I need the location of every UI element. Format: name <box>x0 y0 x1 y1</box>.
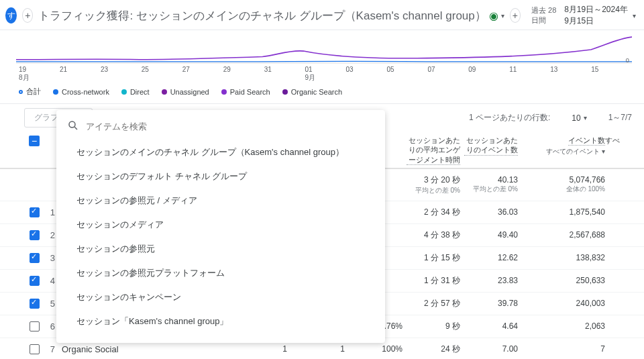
chevron-down-icon: ▾ <box>584 114 587 121</box>
row-checkbox[interactable] <box>30 344 40 354</box>
metric-cell: 7.00 <box>460 344 518 354</box>
column-header[interactable]: セッションあたりの平均エンゲージメント時間 <box>402 136 460 165</box>
chevron-down-icon: ▾ <box>633 12 636 19</box>
metric-cell: 2 分 34 秒 <box>402 207 460 218</box>
page-title-text: トラフィック獲得: セッションのメインのチャネル グループ（Kasem's ch… <box>38 8 486 23</box>
chart-month-labels: 8月9月 <box>16 73 632 83</box>
add-comparison-button[interactable]: + <box>510 8 521 23</box>
row-checkbox[interactable] <box>30 230 40 240</box>
metric-cell: 2,063 <box>518 321 605 331</box>
dimension-picker-panel: セッションのメインのチャネル グループ（Kasem's channel grou… <box>56 110 385 343</box>
dimension-option[interactable]: セッションの参照元プラットフォーム <box>56 261 385 285</box>
metric-cell: 2,567,688 <box>518 230 605 240</box>
row-index: 7 <box>44 344 62 354</box>
legend-dot-icon <box>221 89 227 95</box>
chart-legend: 合計 Cross-network Direct Unassigned Paid … <box>16 83 632 102</box>
metric-cell: 4 分 38 秒 <box>402 229 460 241</box>
legend-item[interactable]: Organic Search <box>282 87 342 97</box>
row-checkbox[interactable] <box>30 321 40 331</box>
svg-text:0: 0 <box>626 57 629 64</box>
dimension-option[interactable]: セッションのキャンペーン <box>56 285 385 309</box>
legend-dot-icon <box>121 89 127 95</box>
legend-dot-icon <box>282 89 288 95</box>
line-chart: 0 <box>16 36 632 64</box>
chart-area: 0 192123252729310103050709111315 8月9月 合計… <box>0 30 644 103</box>
dimension-option[interactable]: セッションのメインのチャネル グループ（Kasem's channel grou… <box>56 140 385 164</box>
dimension-value[interactable]: Organic Social <box>62 344 229 354</box>
dimension-option[interactable]: セッションのメディア <box>56 213 385 237</box>
metric-cell: 9 秒 <box>402 321 460 332</box>
metric-cell: 24 秒 <box>402 344 460 355</box>
metric-cell: 100% <box>345 344 402 354</box>
chart-x-ticks: 192123252729310103050709111315 <box>16 66 632 73</box>
metric-cell: 250,633 <box>518 276 605 285</box>
dimension-option[interactable]: セッションのデフォルト チャネル グループ <box>56 164 385 189</box>
panel-search-input[interactable] <box>86 121 374 132</box>
column-header: すべ <box>605 136 632 145</box>
select-all-checkbox[interactable]: − <box>29 136 40 146</box>
legend-item[interactable]: 合計 <box>19 87 41 97</box>
legend-item[interactable]: Cross-network <box>53 87 109 97</box>
row-checkbox[interactable] <box>30 207 40 217</box>
check-icon[interactable]: ◉ <box>489 9 498 22</box>
metric-cell: 138,832 <box>518 253 605 262</box>
metric-cell: 240,003 <box>518 299 605 308</box>
avatar[interactable]: す <box>5 7 17 23</box>
metric-cell: 2 分 57 秒 <box>402 298 460 309</box>
rows-per-page-select[interactable]: 10▾ <box>572 113 586 123</box>
dimension-option[interactable]: セッションの参照元 <box>56 237 385 261</box>
metric-cell: 49.40 <box>460 230 518 240</box>
page-title: トラフィック獲得: セッションのメインのチャネル グループ（Kasem's ch… <box>38 8 504 23</box>
metric-cell: 1 <box>287 344 345 354</box>
panel-search-row <box>56 115 385 140</box>
row-checkbox[interactable] <box>30 276 40 286</box>
legend-item[interactable]: Paid Search <box>221 87 270 97</box>
chevron-down-icon[interactable]: ▾ <box>501 12 504 19</box>
svg-point-4 <box>69 121 75 127</box>
date-range-value: 8月19日～2024年9月15日 <box>564 4 629 27</box>
date-range-picker[interactable]: 過去 28 日間 8月19日～2024年9月15日 ▾ <box>531 4 636 27</box>
metric-cell: 7 <box>518 344 605 354</box>
legend-item[interactable]: Unassigned <box>162 87 209 97</box>
pagination-range: 1～7/7 <box>608 112 632 123</box>
svg-line-5 <box>74 127 77 130</box>
row-checkbox[interactable] <box>30 253 40 263</box>
column-header[interactable]: イベント数すべてのイベント ▾ <box>518 136 605 156</box>
metric-cell: 1 分 31 秒 <box>402 275 460 287</box>
dimension-option[interactable]: セッション「Kasem's channel group」 <box>56 309 385 334</box>
metric-cell: 36.03 <box>460 207 518 217</box>
date-range-label: 過去 28 日間 <box>531 5 560 25</box>
header-bar: す + トラフィック獲得: セッションのメインのチャネル グループ（Kasem'… <box>0 0 644 30</box>
metric-cell: 1,875,540 <box>518 207 605 217</box>
metric-cell: 12.62 <box>460 253 518 262</box>
search-icon <box>67 119 79 134</box>
legend-dot-icon <box>162 89 167 95</box>
legend-item[interactable]: Direct <box>121 87 150 97</box>
legend-circle-icon <box>19 90 23 94</box>
summary-cell: 5,074,766全体の 100% <box>518 175 605 194</box>
metric-cell: 4.64 <box>460 321 518 331</box>
metric-cell: 1 分 15 秒 <box>402 252 460 264</box>
summary-cell: 3 分 20 秒平均との差 0% <box>402 174 460 195</box>
summary-cell: 40.13平均との差 0% <box>460 175 518 194</box>
metric-cell: 23.83 <box>460 276 518 285</box>
dimension-option[interactable]: セッションの参照元 / メディア <box>56 189 385 213</box>
metric-cell: 39.78 <box>460 299 518 308</box>
metric-cell: 1 <box>229 344 287 354</box>
rows-per-page-label: 1 ページあたりの行数: <box>469 112 550 123</box>
column-header[interactable]: セッションあたりのイベント数 <box>460 136 518 156</box>
row-checkbox[interactable] <box>30 299 40 309</box>
add-button[interactable]: + <box>22 8 33 23</box>
legend-dot-icon <box>53 89 58 95</box>
